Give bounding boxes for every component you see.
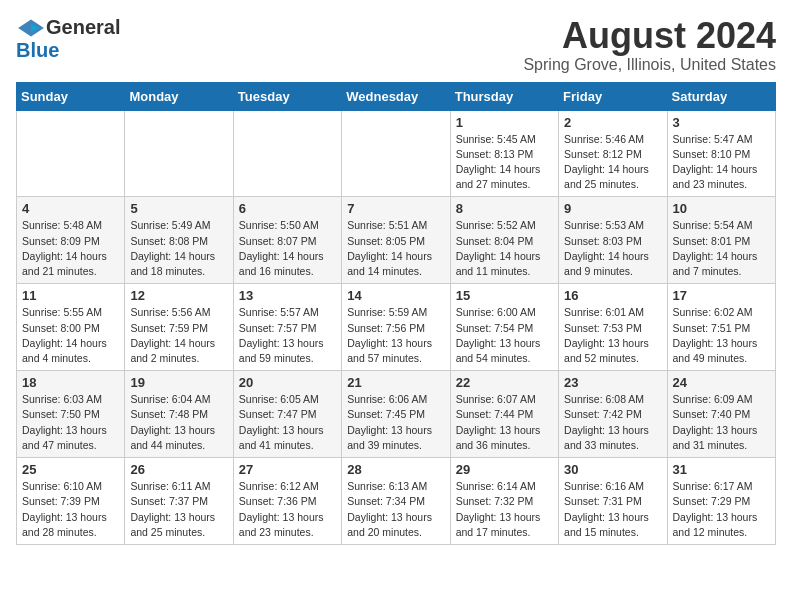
day-info: Sunrise: 6:01 AM Sunset: 7:53 PM Dayligh… <box>564 305 661 366</box>
day-info: Sunrise: 5:49 AM Sunset: 8:08 PM Dayligh… <box>130 218 227 279</box>
day-number: 5 <box>130 201 227 216</box>
calendar-week-row: 25Sunrise: 6:10 AM Sunset: 7:39 PM Dayli… <box>17 458 776 545</box>
calendar-header-row: Sunday Monday Tuesday Wednesday Thursday… <box>17 82 776 110</box>
day-number: 13 <box>239 288 336 303</box>
table-row: 4Sunrise: 5:48 AM Sunset: 8:09 PM Daylig… <box>17 197 125 284</box>
table-row: 29Sunrise: 6:14 AM Sunset: 7:32 PM Dayli… <box>450 458 558 545</box>
calendar-table: Sunday Monday Tuesday Wednesday Thursday… <box>16 82 776 545</box>
table-row: 22Sunrise: 6:07 AM Sunset: 7:44 PM Dayli… <box>450 371 558 458</box>
day-number: 31 <box>673 462 770 477</box>
day-info: Sunrise: 5:55 AM Sunset: 8:00 PM Dayligh… <box>22 305 119 366</box>
col-thursday: Thursday <box>450 82 558 110</box>
day-number: 27 <box>239 462 336 477</box>
table-row <box>233 110 341 197</box>
day-info: Sunrise: 6:03 AM Sunset: 7:50 PM Dayligh… <box>22 392 119 453</box>
day-info: Sunrise: 6:00 AM Sunset: 7:54 PM Dayligh… <box>456 305 553 366</box>
day-info: Sunrise: 6:08 AM Sunset: 7:42 PM Dayligh… <box>564 392 661 453</box>
logo-blue-text: Blue <box>16 39 59 62</box>
day-number: 12 <box>130 288 227 303</box>
day-info: Sunrise: 6:14 AM Sunset: 7:32 PM Dayligh… <box>456 479 553 540</box>
calendar-week-row: 18Sunrise: 6:03 AM Sunset: 7:50 PM Dayli… <box>17 371 776 458</box>
table-row <box>125 110 233 197</box>
day-number: 4 <box>22 201 119 216</box>
table-row <box>342 110 450 197</box>
day-info: Sunrise: 5:46 AM Sunset: 8:12 PM Dayligh… <box>564 132 661 193</box>
day-info: Sunrise: 5:57 AM Sunset: 7:57 PM Dayligh… <box>239 305 336 366</box>
day-info: Sunrise: 6:07 AM Sunset: 7:44 PM Dayligh… <box>456 392 553 453</box>
day-number: 21 <box>347 375 444 390</box>
table-row: 16Sunrise: 6:01 AM Sunset: 7:53 PM Dayli… <box>559 284 667 371</box>
day-number: 24 <box>673 375 770 390</box>
col-wednesday: Wednesday <box>342 82 450 110</box>
logo: General Blue <box>16 16 120 62</box>
day-info: Sunrise: 6:11 AM Sunset: 7:37 PM Dayligh… <box>130 479 227 540</box>
table-row: 19Sunrise: 6:04 AM Sunset: 7:48 PM Dayli… <box>125 371 233 458</box>
day-info: Sunrise: 6:16 AM Sunset: 7:31 PM Dayligh… <box>564 479 661 540</box>
table-row: 25Sunrise: 6:10 AM Sunset: 7:39 PM Dayli… <box>17 458 125 545</box>
day-number: 1 <box>456 115 553 130</box>
day-info: Sunrise: 6:17 AM Sunset: 7:29 PM Dayligh… <box>673 479 770 540</box>
day-info: Sunrise: 6:12 AM Sunset: 7:36 PM Dayligh… <box>239 479 336 540</box>
table-row: 5Sunrise: 5:49 AM Sunset: 8:08 PM Daylig… <box>125 197 233 284</box>
day-number: 14 <box>347 288 444 303</box>
col-sunday: Sunday <box>17 82 125 110</box>
day-number: 18 <box>22 375 119 390</box>
calendar-week-row: 1Sunrise: 5:45 AM Sunset: 8:13 PM Daylig… <box>17 110 776 197</box>
day-info: Sunrise: 6:10 AM Sunset: 7:39 PM Dayligh… <box>22 479 119 540</box>
title-block: August 2024 Spring Grove, Illinois, Unit… <box>523 16 776 74</box>
day-info: Sunrise: 6:13 AM Sunset: 7:34 PM Dayligh… <box>347 479 444 540</box>
month-title: August 2024 <box>523 16 776 56</box>
day-number: 20 <box>239 375 336 390</box>
table-row: 24Sunrise: 6:09 AM Sunset: 7:40 PM Dayli… <box>667 371 775 458</box>
table-row: 6Sunrise: 5:50 AM Sunset: 8:07 PM Daylig… <box>233 197 341 284</box>
table-row: 28Sunrise: 6:13 AM Sunset: 7:34 PM Dayli… <box>342 458 450 545</box>
day-number: 28 <box>347 462 444 477</box>
table-row: 8Sunrise: 5:52 AM Sunset: 8:04 PM Daylig… <box>450 197 558 284</box>
day-number: 3 <box>673 115 770 130</box>
day-number: 9 <box>564 201 661 216</box>
day-number: 16 <box>564 288 661 303</box>
table-row: 11Sunrise: 5:55 AM Sunset: 8:00 PM Dayli… <box>17 284 125 371</box>
table-row: 17Sunrise: 6:02 AM Sunset: 7:51 PM Dayli… <box>667 284 775 371</box>
day-number: 23 <box>564 375 661 390</box>
day-info: Sunrise: 6:02 AM Sunset: 7:51 PM Dayligh… <box>673 305 770 366</box>
logo-general-text: General <box>46 16 120 39</box>
table-row: 15Sunrise: 6:00 AM Sunset: 7:54 PM Dayli… <box>450 284 558 371</box>
table-row <box>17 110 125 197</box>
day-number: 10 <box>673 201 770 216</box>
calendar-week-row: 4Sunrise: 5:48 AM Sunset: 8:09 PM Daylig… <box>17 197 776 284</box>
day-info: Sunrise: 5:52 AM Sunset: 8:04 PM Dayligh… <box>456 218 553 279</box>
table-row: 26Sunrise: 6:11 AM Sunset: 7:37 PM Dayli… <box>125 458 233 545</box>
logo-icon <box>16 18 46 38</box>
table-row: 9Sunrise: 5:53 AM Sunset: 8:03 PM Daylig… <box>559 197 667 284</box>
day-info: Sunrise: 5:47 AM Sunset: 8:10 PM Dayligh… <box>673 132 770 193</box>
table-row: 20Sunrise: 6:05 AM Sunset: 7:47 PM Dayli… <box>233 371 341 458</box>
table-row: 30Sunrise: 6:16 AM Sunset: 7:31 PM Dayli… <box>559 458 667 545</box>
table-row: 31Sunrise: 6:17 AM Sunset: 7:29 PM Dayli… <box>667 458 775 545</box>
day-number: 22 <box>456 375 553 390</box>
day-number: 26 <box>130 462 227 477</box>
day-info: Sunrise: 5:59 AM Sunset: 7:56 PM Dayligh… <box>347 305 444 366</box>
col-monday: Monday <box>125 82 233 110</box>
day-number: 15 <box>456 288 553 303</box>
table-row: 2Sunrise: 5:46 AM Sunset: 8:12 PM Daylig… <box>559 110 667 197</box>
day-info: Sunrise: 5:45 AM Sunset: 8:13 PM Dayligh… <box>456 132 553 193</box>
day-number: 19 <box>130 375 227 390</box>
day-number: 11 <box>22 288 119 303</box>
col-friday: Friday <box>559 82 667 110</box>
col-saturday: Saturday <box>667 82 775 110</box>
day-info: Sunrise: 5:54 AM Sunset: 8:01 PM Dayligh… <box>673 218 770 279</box>
day-info: Sunrise: 6:05 AM Sunset: 7:47 PM Dayligh… <box>239 392 336 453</box>
table-row: 23Sunrise: 6:08 AM Sunset: 7:42 PM Dayli… <box>559 371 667 458</box>
day-info: Sunrise: 5:51 AM Sunset: 8:05 PM Dayligh… <box>347 218 444 279</box>
day-number: 30 <box>564 462 661 477</box>
table-row: 10Sunrise: 5:54 AM Sunset: 8:01 PM Dayli… <box>667 197 775 284</box>
table-row: 21Sunrise: 6:06 AM Sunset: 7:45 PM Dayli… <box>342 371 450 458</box>
day-info: Sunrise: 5:50 AM Sunset: 8:07 PM Dayligh… <box>239 218 336 279</box>
day-info: Sunrise: 6:06 AM Sunset: 7:45 PM Dayligh… <box>347 392 444 453</box>
col-tuesday: Tuesday <box>233 82 341 110</box>
day-number: 6 <box>239 201 336 216</box>
day-number: 25 <box>22 462 119 477</box>
day-number: 2 <box>564 115 661 130</box>
table-row: 12Sunrise: 5:56 AM Sunset: 7:59 PM Dayli… <box>125 284 233 371</box>
